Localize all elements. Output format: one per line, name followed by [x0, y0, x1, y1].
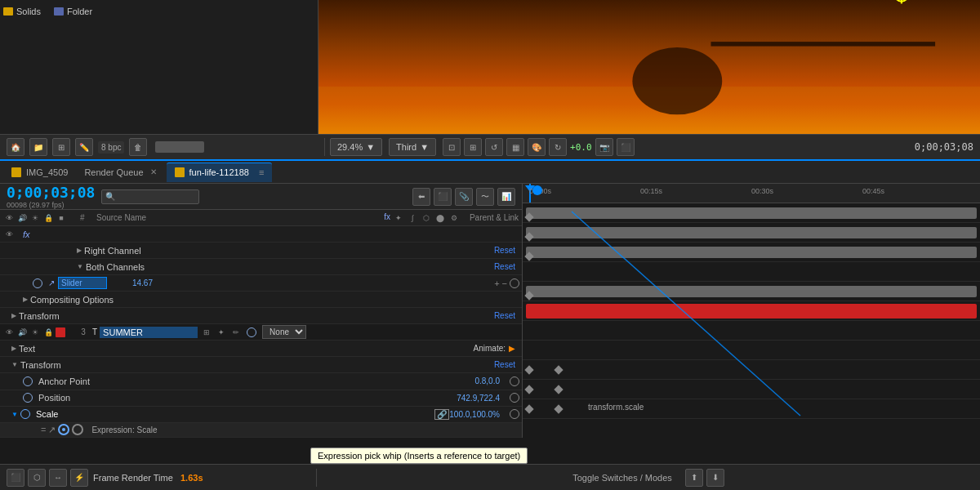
position-stopwatch[interactable]: [23, 393, 33, 403]
summer-pen-icon[interactable]: ✏: [230, 327, 242, 338]
summer-mask-icon[interactable]: ⊞: [201, 327, 212, 338]
scale-triangle[interactable]: [11, 411, 18, 418]
clip-btn[interactable]: 📎: [455, 188, 473, 206]
position-label: Position: [38, 393, 457, 403]
stopwatch-slider[interactable]: [33, 278, 42, 288]
tf-fx-reset[interactable]: Reset: [494, 311, 522, 320]
fit-btn[interactable]: ⊡: [443, 138, 461, 156]
status-icon1[interactable]: ⬛: [7, 469, 24, 487]
camera-btn[interactable]: 📷: [595, 138, 613, 156]
summer-star-icon[interactable]: ✦: [216, 327, 227, 338]
view-dropdown[interactable]: Third ▼: [389, 138, 436, 156]
rc-reset[interactable]: Reset: [494, 246, 522, 255]
eye-fx-icon[interactable]: 👁: [3, 229, 15, 240]
preview-image: [318, 0, 980, 134]
none-select[interactable]: None: [262, 325, 306, 339]
comp-triangle[interactable]: [23, 296, 28, 303]
fx-row: 👁 fx: [0, 226, 522, 243]
grid-view-btn[interactable]: ▦: [506, 138, 524, 156]
tf-reset[interactable]: Reset: [494, 360, 522, 369]
project-item-folder[interactable]: Folder: [54, 7, 92, 16]
pen-btn[interactable]: ✏️: [75, 138, 93, 156]
text-triangle[interactable]: [11, 345, 16, 352]
status-icon4[interactable]: ⚡: [70, 469, 88, 487]
adj-icon[interactable]: ⚙: [448, 212, 460, 224]
navigate-out-btn[interactable]: ⬛: [434, 188, 452, 206]
both-channels-row: Both Channels Reset: [0, 259, 522, 275]
magnify-btn[interactable]: ⊞: [464, 138, 482, 156]
scale-loop[interactable]: [510, 409, 519, 419]
summer-loop[interactable]: [247, 327, 256, 337]
summer-name-input[interactable]: [100, 327, 198, 338]
tab2-close[interactable]: ✕: [149, 167, 158, 176]
comp-tabs: IMG_4509 Render Queue ✕ fun-life-112188 …: [0, 161, 980, 184]
plus-icon[interactable]: +: [494, 278, 499, 288]
tab-menu-icon[interactable]: ≡: [259, 167, 264, 177]
scale-stopwatch[interactable]: [20, 409, 30, 419]
graph2-icon[interactable]: ↗: [48, 425, 56, 435]
trash-btn[interactable]: 🗑: [129, 138, 147, 156]
eye-icon[interactable]: 👁: [3, 212, 15, 224]
slider-input[interactable]: [58, 277, 107, 289]
folder-btn[interactable]: 📁: [29, 138, 47, 156]
eq-icon[interactable]: =: [41, 425, 46, 434]
solo-icon[interactable]: ☀: [29, 212, 41, 224]
ruler-30s: 00:30s: [751, 187, 773, 195]
label-icon[interactable]: ■: [56, 212, 67, 224]
timeline-tracks: transform.scale: [523, 203, 980, 438]
summer-layer-row: 👁 🔊 ☀ 🔒 3 T ⊞ ✦ ✏ None: [0, 324, 522, 341]
expr-scale-label: Expression: Scale: [91, 425, 157, 434]
anchor-stopwatch[interactable]: [23, 376, 33, 386]
status-icon3[interactable]: ↔: [49, 469, 67, 487]
motion-icon[interactable]: ⬤: [434, 212, 446, 224]
audio-icon[interactable]: 🔊: [16, 212, 28, 224]
expr-run-btn[interactable]: [72, 424, 83, 435]
status-icons: ⬛ ⬡ ↔ ⚡: [7, 469, 88, 487]
sync-btn[interactable]: ↻: [549, 138, 567, 156]
rc-triangle[interactable]: [77, 247, 82, 254]
tab-funlife[interactable]: fun-life-112188 ≡: [167, 163, 273, 182]
summer-audio[interactable]: 🔊: [16, 327, 28, 338]
summer-icons: ⊞ ✦ ✏: [201, 327, 242, 338]
project-item-solids[interactable]: Solids: [3, 7, 41, 16]
grid-btn[interactable]: ⊞: [52, 138, 70, 156]
tab3-label: fun-life-112188: [189, 167, 249, 177]
both-channels-label: Both Channels: [86, 262, 494, 272]
snapshot-btn[interactable]: ⬛: [617, 138, 635, 156]
mask-icon[interactable]: ⬡: [421, 212, 432, 224]
color-btn[interactable]: 🎨: [528, 138, 546, 156]
anchor-value: 0.8,0.0: [457, 376, 506, 385]
scale-row: Scale 🔗 100.0,100.0%: [0, 407, 522, 423]
bottom-icon2[interactable]: ⬇: [706, 469, 724, 487]
pickwhip-btn[interactable]: [58, 424, 69, 435]
bc-triangle[interactable]: [77, 263, 83, 270]
anchor-loop[interactable]: [510, 376, 519, 386]
timecode-display[interactable]: 0;00;03;08: [7, 184, 95, 201]
curve-icon[interactable]: ∫: [407, 212, 418, 224]
star-icon[interactable]: ✦: [393, 212, 404, 224]
tf-fx-triangle[interactable]: [11, 312, 16, 319]
position-loop[interactable]: [510, 393, 519, 403]
minus-icon[interactable]: −: [502, 278, 507, 288]
bottom-icon1[interactable]: ⬆: [685, 469, 703, 487]
timeline-ruler: 00:00s 00:15s 00:30s 00:45s: [523, 184, 980, 203]
summer-solo[interactable]: ☀: [29, 327, 41, 338]
summer-eye[interactable]: 👁: [3, 327, 15, 338]
summer-lock[interactable]: 🔒: [42, 327, 54, 338]
loop-icon[interactable]: [510, 278, 519, 288]
tf-triangle[interactable]: [11, 361, 18, 368]
search-input[interactable]: [101, 189, 199, 204]
bc-reset[interactable]: Reset: [494, 262, 522, 271]
wave-btn[interactable]: 〜: [476, 188, 494, 206]
rotate-btn[interactable]: ↺: [485, 138, 503, 156]
zoom-dropdown[interactable]: 29.4% ▼: [330, 138, 382, 156]
tab-render-queue[interactable]: Render Queue ✕: [76, 163, 166, 182]
tab-img4509[interactable]: IMG_4509: [3, 163, 76, 182]
home-btn[interactable]: 🏠: [7, 138, 24, 156]
preview-svg: [318, 0, 980, 134]
lock-icon[interactable]: 🔒: [42, 212, 54, 224]
chart-btn[interactable]: 📊: [497, 188, 515, 206]
status-icon2[interactable]: ⬡: [28, 469, 46, 487]
animate-btn[interactable]: ▶: [509, 344, 515, 353]
navigate-in-btn[interactable]: ⬅: [412, 188, 430, 206]
